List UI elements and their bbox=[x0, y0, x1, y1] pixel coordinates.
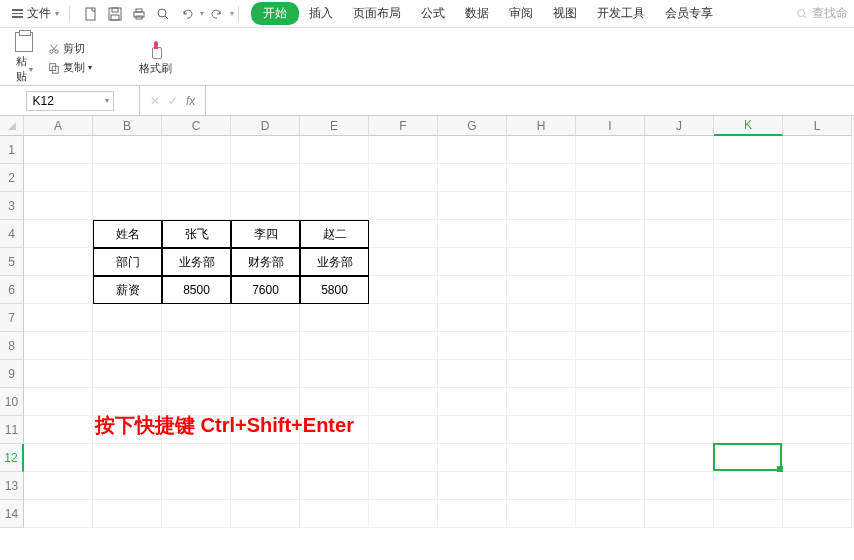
col-header[interactable]: C bbox=[162, 116, 231, 136]
cell[interactable] bbox=[576, 248, 645, 276]
cell[interactable] bbox=[507, 360, 576, 388]
save-icon[interactable] bbox=[104, 3, 126, 25]
chevron-down-icon[interactable]: ▾ bbox=[230, 9, 234, 18]
cell[interactable] bbox=[369, 416, 438, 444]
cell[interactable] bbox=[369, 276, 438, 304]
cell[interactable] bbox=[24, 220, 93, 248]
cell[interactable] bbox=[576, 304, 645, 332]
cell[interactable] bbox=[93, 304, 162, 332]
cell[interactable] bbox=[645, 164, 714, 192]
cell[interactable]: 财务部 bbox=[231, 248, 300, 276]
cell[interactable] bbox=[369, 360, 438, 388]
redo-icon[interactable] bbox=[206, 3, 228, 25]
cell[interactable] bbox=[507, 388, 576, 416]
cell[interactable]: 业务部 bbox=[300, 248, 369, 276]
cell[interactable] bbox=[714, 500, 783, 528]
cell[interactable] bbox=[714, 304, 783, 332]
cell[interactable] bbox=[300, 304, 369, 332]
cell[interactable] bbox=[783, 472, 852, 500]
cell[interactable] bbox=[369, 164, 438, 192]
row-header[interactable]: 10 bbox=[0, 388, 24, 416]
cell[interactable] bbox=[438, 444, 507, 472]
cell[interactable] bbox=[714, 192, 783, 220]
cell[interactable] bbox=[24, 192, 93, 220]
cell[interactable] bbox=[783, 500, 852, 528]
cell[interactable] bbox=[93, 360, 162, 388]
cell[interactable] bbox=[24, 332, 93, 360]
cell[interactable]: 张飞 bbox=[162, 220, 231, 248]
col-header[interactable]: B bbox=[93, 116, 162, 136]
cell[interactable] bbox=[369, 500, 438, 528]
cell[interactable] bbox=[162, 472, 231, 500]
cell[interactable] bbox=[714, 472, 783, 500]
row-header[interactable]: 11 bbox=[0, 416, 24, 444]
cell[interactable] bbox=[783, 220, 852, 248]
cell[interactable] bbox=[438, 472, 507, 500]
search-commands[interactable]: 查找命 bbox=[796, 5, 848, 22]
cell[interactable] bbox=[783, 304, 852, 332]
cell[interactable] bbox=[576, 192, 645, 220]
cell[interactable] bbox=[162, 136, 231, 164]
cell[interactable] bbox=[438, 164, 507, 192]
cell[interactable] bbox=[576, 276, 645, 304]
tab-formulas[interactable]: 公式 bbox=[411, 1, 455, 26]
cell[interactable] bbox=[714, 388, 783, 416]
row-header[interactable]: 5 bbox=[0, 248, 24, 276]
cell[interactable] bbox=[645, 192, 714, 220]
accept-formula-icon[interactable]: ✓ bbox=[168, 94, 178, 108]
cell[interactable] bbox=[300, 164, 369, 192]
cell[interactable] bbox=[231, 332, 300, 360]
cell[interactable] bbox=[93, 444, 162, 472]
tab-data[interactable]: 数据 bbox=[455, 1, 499, 26]
cell[interactable]: 姓名 bbox=[93, 220, 162, 248]
cell[interactable] bbox=[24, 472, 93, 500]
col-header[interactable]: D bbox=[231, 116, 300, 136]
row-header[interactable]: 12 bbox=[0, 444, 24, 472]
cell[interactable]: 李四 bbox=[231, 220, 300, 248]
cell[interactable]: 8500 bbox=[162, 276, 231, 304]
cell[interactable] bbox=[783, 164, 852, 192]
cell[interactable] bbox=[162, 332, 231, 360]
cell[interactable]: 7600 bbox=[231, 276, 300, 304]
cell[interactable] bbox=[783, 444, 852, 472]
cell[interactable] bbox=[645, 220, 714, 248]
cell[interactable] bbox=[645, 416, 714, 444]
cell[interactable] bbox=[507, 192, 576, 220]
cell[interactable] bbox=[576, 444, 645, 472]
col-header[interactable]: H bbox=[507, 116, 576, 136]
tab-member[interactable]: 会员专享 bbox=[655, 1, 723, 26]
cell[interactable] bbox=[231, 472, 300, 500]
cell[interactable] bbox=[438, 360, 507, 388]
cell[interactable] bbox=[369, 332, 438, 360]
tab-devtools[interactable]: 开发工具 bbox=[587, 1, 655, 26]
cell[interactable] bbox=[507, 332, 576, 360]
cell[interactable] bbox=[714, 248, 783, 276]
cut-button[interactable]: 剪切 bbox=[48, 41, 85, 56]
row-header[interactable]: 2 bbox=[0, 164, 24, 192]
copy-button[interactable]: 复制▾ bbox=[48, 60, 92, 75]
cell[interactable] bbox=[231, 192, 300, 220]
tab-page-layout[interactable]: 页面布局 bbox=[343, 1, 411, 26]
row-header[interactable]: 14 bbox=[0, 500, 24, 528]
cell[interactable] bbox=[645, 304, 714, 332]
cell[interactable] bbox=[783, 360, 852, 388]
cell[interactable] bbox=[645, 388, 714, 416]
row-header[interactable]: 9 bbox=[0, 360, 24, 388]
row-header[interactable]: 1 bbox=[0, 136, 24, 164]
cell[interactable] bbox=[645, 444, 714, 472]
cell[interactable] bbox=[438, 500, 507, 528]
cell[interactable] bbox=[24, 416, 93, 444]
cell[interactable] bbox=[576, 332, 645, 360]
cell[interactable] bbox=[231, 304, 300, 332]
cell[interactable] bbox=[576, 388, 645, 416]
print-preview-icon[interactable] bbox=[152, 3, 174, 25]
cell[interactable] bbox=[507, 220, 576, 248]
paste-button[interactable]: 粘贴▾ bbox=[12, 30, 36, 86]
cancel-formula-icon[interactable]: ✕ bbox=[150, 94, 160, 108]
cell[interactable] bbox=[714, 220, 783, 248]
cell[interactable] bbox=[645, 472, 714, 500]
cell[interactable] bbox=[714, 360, 783, 388]
cell[interactable] bbox=[231, 500, 300, 528]
cell[interactable] bbox=[93, 136, 162, 164]
col-header[interactable]: I bbox=[576, 116, 645, 136]
